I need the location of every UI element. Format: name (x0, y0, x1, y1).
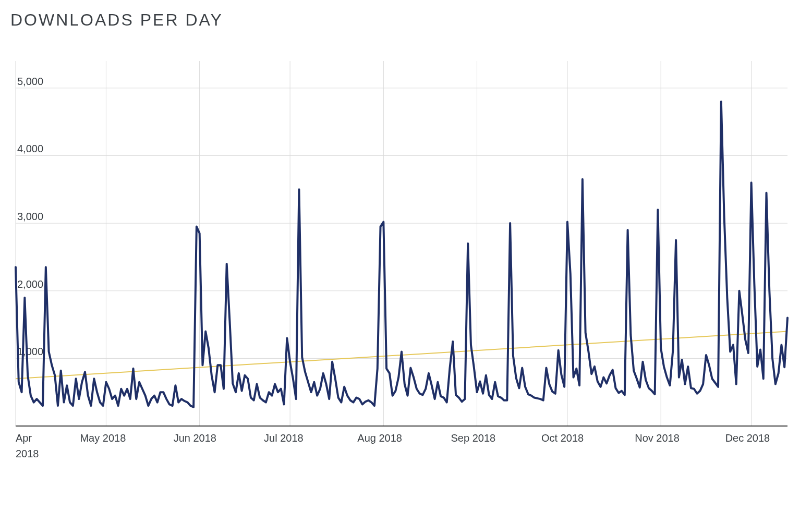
x-tick-label: Aug 2018 (357, 432, 402, 444)
y-tick-label: 1,000 (17, 346, 43, 357)
downloads-chart: 1,0002,0003,0004,0005,000Apr2018May 2018… (10, 61, 793, 473)
y-tick-label: 4,000 (17, 143, 43, 154)
x-tick-label: Nov 2018 (635, 432, 680, 444)
y-tick-label: 2,000 (17, 278, 43, 290)
y-tick-label: 5,000 (17, 76, 43, 87)
x-tick-label: May 2018 (80, 432, 126, 444)
x-tick-label: Apr (16, 432, 32, 444)
x-tick-label: Jun 2018 (174, 432, 216, 444)
x-tick-label: 2018 (16, 448, 39, 459)
chart-title: DOWNLOADS PER DAY (10, 10, 802, 30)
x-tick-label: Oct 2018 (541, 432, 584, 444)
x-tick-label: Jul 2018 (264, 432, 304, 444)
x-tick-label: Dec 2018 (725, 432, 770, 444)
y-tick-label: 3,000 (17, 211, 43, 222)
x-tick-label: Sep 2018 (451, 432, 496, 444)
downloads-series (16, 102, 787, 407)
